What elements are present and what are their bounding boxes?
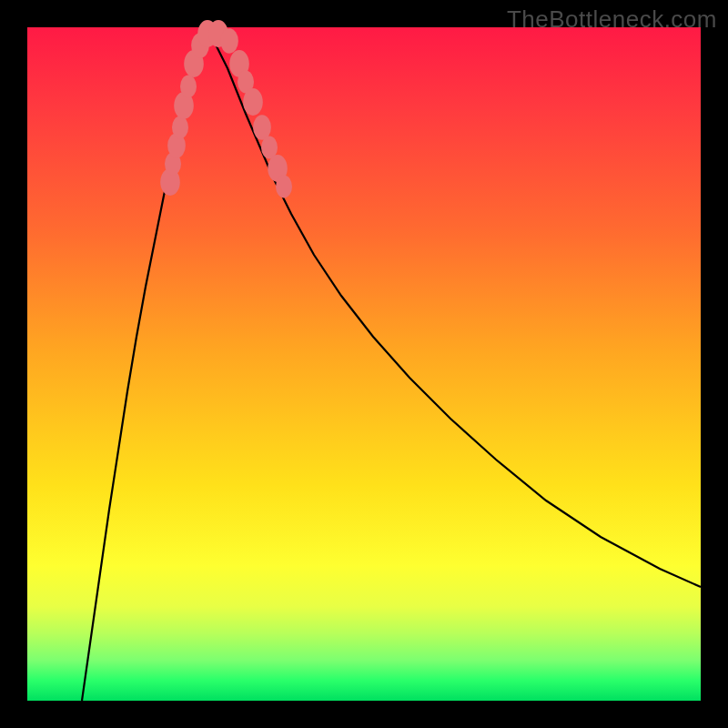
data-marker xyxy=(276,176,292,198)
curves-svg xyxy=(27,27,701,701)
markers-group xyxy=(160,20,292,198)
data-marker xyxy=(220,28,238,54)
right-curve xyxy=(209,32,701,587)
data-marker xyxy=(243,88,263,116)
data-marker xyxy=(172,116,188,139)
chart-frame: TheBottleneck.com xyxy=(0,0,728,728)
left-curve xyxy=(82,32,209,701)
data-marker xyxy=(180,76,197,98)
plot-area xyxy=(27,27,701,701)
